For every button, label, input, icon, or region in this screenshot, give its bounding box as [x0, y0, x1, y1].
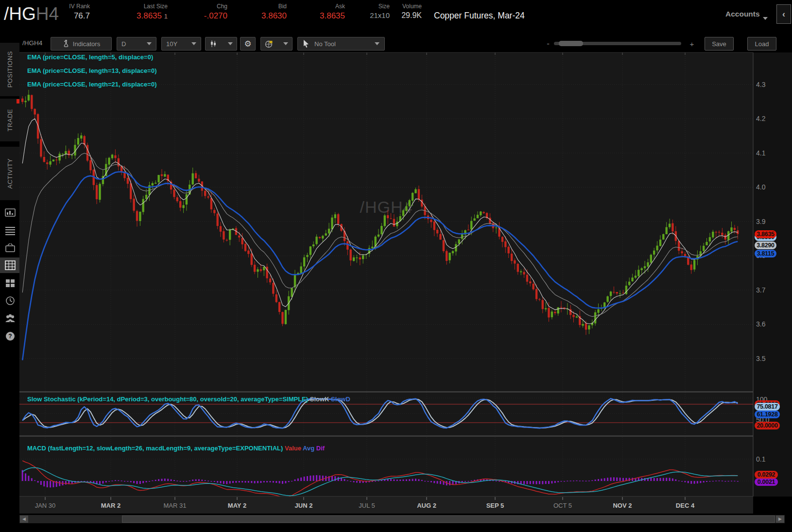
time-tick-label: DEC 4: [663, 502, 707, 509]
macd-tick: 0.1: [756, 455, 765, 463]
stat-last-size: Last Size3.8635 1: [137, 3, 168, 21]
flexible-grid-icon[interactable]: [4, 260, 16, 271]
price-tick: 3.9: [756, 218, 765, 225]
price-tick: 3.5: [756, 355, 765, 362]
chart-style-dropdown[interactable]: [260, 37, 293, 51]
scroll-right-button[interactable]: ▶: [776, 515, 784, 523]
axis-bubble-ema5: 3.8290: [755, 241, 776, 249]
candle-chart-icon: [209, 40, 217, 48]
accounts-caret-icon[interactable]: [763, 13, 768, 22]
symbol-root: /HG: [4, 4, 36, 24]
period-dropdown[interactable]: D: [117, 37, 156, 51]
settings-gear-button[interactable]: ⚙: [240, 37, 256, 51]
chart-toolbar: /HGH4 Indicators D 10Y ⚙ No Tool - + Sav…: [0, 35, 792, 52]
h-scrollbar-thumb[interactable]: [122, 515, 775, 523]
scroll-left-button[interactable]: ◀: [20, 515, 28, 523]
axis-bubble-last: 3.8635: [755, 230, 776, 238]
news-chart-icon[interactable]: [4, 208, 16, 219]
symbol-input[interactable]: /HGH4: [22, 39, 48, 47]
axis-bubble-macd-value: 0.0292: [755, 471, 778, 479]
time-tick-label: NOV 2: [601, 502, 644, 509]
collapse-panel-button[interactable]: ‹: [776, 4, 791, 24]
sidebar-tab-activity[interactable]: ACTIVITY: [0, 147, 19, 200]
community-icon[interactable]: [4, 313, 16, 324]
trade-notification-badge: [17, 99, 19, 103]
grid-icon[interactable]: [4, 278, 16, 289]
stoch-label[interactable]: Slow Stochastic (kPeriod=14, dPeriod=3, …: [27, 395, 350, 403]
price-tick: 3.7: [756, 286, 765, 294]
cursor-icon: [303, 40, 310, 48]
ema13-label[interactable]: EMA (price=CLOSE, length=13, displace=0): [27, 67, 156, 74]
axis-bubble-oversold: 20.0000: [755, 422, 780, 429]
stat-size: Size21x10: [370, 3, 390, 19]
axis-bubble-macd-dif: 0.0021: [755, 478, 778, 486]
range-dropdown[interactable]: 10Y: [161, 37, 201, 51]
stat-bid: Bid3.8630: [261, 3, 287, 21]
ema21-label[interactable]: EMA (price=CLOSE, length=21, displace=0): [27, 81, 156, 88]
accounts-button[interactable]: Accounts: [725, 10, 760, 18]
sidebar-tab-trade[interactable]: TRADE: [0, 99, 19, 141]
slowd-legend: SlowD: [331, 395, 350, 403]
stat-iv-rank: IV Rank76.7: [69, 3, 90, 21]
time-tick-label: JUN 2: [282, 502, 326, 509]
chart-style-icon: [265, 40, 273, 48]
axis-bubble-slowk: 61.1928: [755, 411, 780, 418]
svg-text:/HGH4: /HGH4: [360, 198, 413, 216]
studies-flask-icon: [62, 40, 70, 48]
macd-label[interactable]: MACD (fastLength=12, slowLength=26, macd…: [27, 445, 325, 452]
time-tick-label: JUL 5: [345, 502, 389, 509]
list-icon[interactable]: [4, 225, 16, 236]
contract-title: Copper Futures, Mar-24: [434, 11, 525, 21]
symbol-suffix: H4: [36, 4, 59, 24]
axis-bubble-slowd: 75.0817: [755, 403, 780, 411]
macd-avg-legend: Avg: [303, 445, 314, 452]
macd-value-legend: Value: [285, 445, 301, 452]
price-tick: 4.0: [756, 183, 765, 191]
time-tick-label: MAY 2: [215, 502, 259, 509]
zoom-out-button[interactable]: -: [544, 39, 552, 49]
stat-volume: Volume29.9K: [401, 3, 422, 20]
drawing-tool-dropdown[interactable]: No Tool: [297, 37, 385, 51]
zoom-in-button[interactable]: +: [688, 40, 696, 48]
ema5-label[interactable]: EMA (price=CLOSE, length=5, displace=0): [27, 53, 153, 61]
price-tick: 4.1: [756, 149, 765, 157]
save-button[interactable]: Save: [705, 37, 734, 51]
gear-icon: ⚙: [244, 39, 251, 49]
load-button[interactable]: Load: [747, 37, 776, 51]
axis-bubble-ema21: 3.8115: [755, 250, 776, 257]
stat-chg: Chg-.0270: [204, 3, 227, 21]
time-tick-label: SEP 5: [473, 502, 517, 509]
price-tick: 3.6: [756, 320, 765, 328]
time-tick-label: OCT 5: [541, 502, 585, 509]
svg-text:?: ?: [8, 333, 12, 340]
chart-type-dropdown[interactable]: [205, 37, 237, 51]
sidebar: POSITIONS TRADE ACTIVITY ?: [0, 35, 19, 532]
price-tick: 4.3: [756, 81, 765, 88]
macd-dif-legend: Dif: [316, 445, 325, 452]
indicators-button[interactable]: Indicators: [51, 37, 112, 51]
history-icon[interactable]: [4, 295, 16, 306]
chart-canvas: /HGH4: [0, 0, 792, 532]
time-tick-label: JAN 30: [23, 502, 67, 509]
header: /HGH4 IV Rank76.7 Last Size3.8635 1 Chg-…: [0, 0, 792, 35]
time-tick-label: AUG 2: [405, 502, 448, 509]
symbol-title: /HGH4: [4, 4, 59, 24]
stat-ask: Ask3.8635: [320, 3, 345, 21]
help-icon[interactable]: ?: [4, 331, 16, 342]
slowk-legend: SlowK: [310, 395, 329, 403]
price-tick: 4.2: [756, 115, 765, 122]
app-window: /HGH4 /HGH4 IV Rank76.7 Last Size3.8635 …: [0, 0, 792, 532]
time-tick-label: MAR 2: [89, 502, 133, 509]
monitor-icon[interactable]: [4, 243, 16, 254]
zoom-slider-thumb[interactable]: [559, 41, 583, 46]
time-tick-label: MAR 31: [153, 502, 197, 509]
